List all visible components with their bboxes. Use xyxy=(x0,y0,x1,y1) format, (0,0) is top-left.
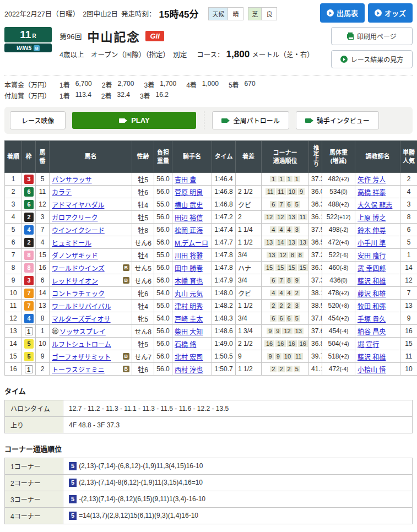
last-3f: 36.1 xyxy=(309,211,322,224)
horse-name-link[interactable]: トーラスジェミニ xyxy=(52,365,105,374)
horse-weight: 488(+2) xyxy=(322,198,355,211)
jockey-link[interactable]: 丸山 元気 xyxy=(175,290,203,298)
trainer-link[interactable]: 上原 博之 xyxy=(358,214,386,222)
race-video-button[interactable]: レース映像 xyxy=(10,111,66,129)
trainer-link[interactable]: 藤沢 和雄 xyxy=(358,278,386,285)
win5-logo: WIN5 B xyxy=(4,44,52,52)
corner-pos: 4 xyxy=(270,290,277,296)
course-distance: 1,800 xyxy=(226,49,250,60)
jockey-cell: 田辺 裕信 xyxy=(172,211,212,224)
jockey-link[interactable]: M.デムーロ xyxy=(175,240,208,247)
jockey-cell: 木幡 育也 xyxy=(172,274,212,287)
patrol-video-button[interactable]: 全周パトロール xyxy=(212,111,289,129)
horse-name-link[interactable]: ゴーフォザサミット xyxy=(52,352,111,361)
prize-item: 3着1,700 xyxy=(144,80,176,89)
jockey-link[interactable]: 横山 武史 xyxy=(175,202,203,209)
trainer-link[interactable]: 手塚 貴久 xyxy=(358,316,386,323)
corner-positions: 4443 xyxy=(262,224,309,236)
jockey-link[interactable]: 石橋 脩 xyxy=(175,341,196,349)
corner-pos: 15 xyxy=(275,264,285,271)
trainer-link[interactable]: 大久保 龍志 xyxy=(358,202,392,209)
odds-button[interactable]: オッズ xyxy=(368,3,413,23)
play-label: PLAY xyxy=(131,116,149,124)
trainer-link[interactable]: 藤沢 和雄 xyxy=(358,290,386,298)
waku-badge: 8 xyxy=(24,251,34,260)
horse-name-link[interactable]: ガロアクリーク xyxy=(52,213,98,222)
video-camera-icon xyxy=(305,118,311,123)
table-row: 1311地ソッサスプレイせん856.0柴田 大知1:48.61 3/499121… xyxy=(5,325,417,338)
jockey-cell: 横山 武史 xyxy=(172,198,212,211)
trainer-link[interactable]: 藤沢 和雄 xyxy=(358,354,386,361)
last-3f: 39.7 xyxy=(309,350,322,363)
jockey-link[interactable]: 田中 勝春 xyxy=(175,265,203,273)
jockey-link[interactable]: 菅原 明良 xyxy=(175,189,203,197)
race-title-block: 第96回 中山記念 GII 4歳以上 オープン（国際）（指定） 別定 コース： … xyxy=(59,27,327,68)
print-page-button[interactable]: 印刷用ページ xyxy=(331,27,413,45)
horse-name-link[interactable]: ヒュミドール xyxy=(52,238,91,247)
jockey-link[interactable]: 津村 明秀 xyxy=(175,303,203,311)
horse-name-link[interactable]: ダノンザキッド xyxy=(52,251,98,260)
horse-weight: 504(+4) xyxy=(322,338,355,350)
waku-cell: 4 xyxy=(22,224,36,236)
horse-name-link[interactable]: ワールドウインズ xyxy=(52,263,105,273)
jockey-link[interactable]: 柴田 大知 xyxy=(175,328,203,336)
margin: 1 1/4 xyxy=(236,224,262,236)
horse-name-link[interactable]: ワールドリバイバル xyxy=(52,301,111,311)
carried-weight: 54.0 xyxy=(154,312,172,325)
horse-name-link[interactable]: コントラチェック xyxy=(52,289,105,298)
horse-number: 12 xyxy=(36,198,50,211)
meeting-label: 2回中山2日 xyxy=(83,8,118,19)
col-win-popularity: 単勝 人気 xyxy=(400,141,417,173)
horse-name-link[interactable]: マルターズディオサ xyxy=(52,314,111,323)
horse-number: 1 xyxy=(36,325,50,338)
how-to-read-button[interactable]: レース結果の見方 xyxy=(331,50,413,68)
jockey-link[interactable]: 戸崎 圭太 xyxy=(175,316,203,323)
trainer-cell: 上原 博之 xyxy=(355,211,400,224)
horse-name-link[interactable]: ルフトシュトローム xyxy=(52,339,111,349)
sex-age: せん7 xyxy=(132,350,154,363)
jockey-link[interactable]: 田辺 裕信 xyxy=(175,214,203,222)
jockey-link[interactable]: 吉田 豊 xyxy=(175,176,196,184)
trainer-cell: 藤沢 和雄 xyxy=(355,350,400,363)
trainer-link[interactable]: 武 幸四郎 xyxy=(358,265,386,273)
table-row: 10714コントラチェック牝654.0丸山 元気1:48.0クビ444238.1… xyxy=(5,287,417,300)
col-horse-name: 馬名 xyxy=(50,141,132,173)
prize-place: 2着 xyxy=(101,91,112,100)
horse-name-link[interactable]: カラテ xyxy=(52,187,72,197)
horse-name-link[interactable]: ウインイクシード xyxy=(52,225,105,235)
jockey-link[interactable]: 北村 宏司 xyxy=(175,354,203,361)
video-bar: レース映像 PLAY 全周パトロール 騎手インタビュー xyxy=(4,107,413,134)
prize-place: 2着 xyxy=(102,80,112,89)
trainer-link[interactable]: 牧田 和弥 xyxy=(358,303,386,311)
waku-badge: 6 xyxy=(24,187,34,197)
trainer-link[interactable]: 鈴木 伸尋 xyxy=(358,227,386,235)
side-buttons: 印刷用ページ レース結果の見方 xyxy=(331,27,413,68)
trainer-link[interactable]: 矢作 芳人 xyxy=(358,176,386,184)
trainer-link[interactable]: 小手川 準 xyxy=(358,240,386,247)
trainer-link[interactable]: 安田 隆行 xyxy=(358,252,386,260)
trainer-link[interactable]: 粕谷 昌央 xyxy=(358,328,386,336)
play-button[interactable]: PLAY xyxy=(72,112,196,129)
jockey-link[interactable]: 西村 淳也 xyxy=(175,366,203,374)
jockey-link[interactable]: 松岡 正海 xyxy=(175,227,203,235)
horse-name-link[interactable]: アドマイヤハダル xyxy=(52,200,104,209)
prize-amount: 2,700 xyxy=(117,80,134,89)
carried-weight: 56.0 xyxy=(154,262,172,274)
horse-name-link[interactable]: パンサラッサ xyxy=(52,175,92,184)
time-row-value: 12.7 - 11.2 - 11.3 - 11.1 - 11.3 - 11.5 … xyxy=(63,400,413,417)
jockey-interview-button[interactable]: 騎手インタビュー xyxy=(296,111,379,129)
horse-name-link[interactable]: レッドサイオン xyxy=(52,276,98,285)
trainer-link[interactable]: 高橋 祥泰 xyxy=(358,189,386,197)
prize-item: 1着6,700 xyxy=(59,80,92,89)
horse-weight: 518(+2) xyxy=(322,350,355,363)
jockey-link[interactable]: 川田 将雅 xyxy=(175,252,203,260)
horse-name-cell: ヒュミドール xyxy=(50,236,132,249)
corner-positions: 6765 xyxy=(262,198,309,211)
jockey-link[interactable]: 木幡 育也 xyxy=(175,278,203,285)
trainer-link[interactable]: 堀 宣行 xyxy=(358,341,379,349)
trainer-link[interactable]: 小桧山 悟 xyxy=(358,366,386,374)
shutsuba-button[interactable]: 出馬表 xyxy=(320,3,365,23)
margin: 3/4 xyxy=(236,249,262,262)
horse-number: 5 xyxy=(36,173,50,186)
horse-name-link[interactable]: ソッサスプレイ xyxy=(59,327,106,336)
